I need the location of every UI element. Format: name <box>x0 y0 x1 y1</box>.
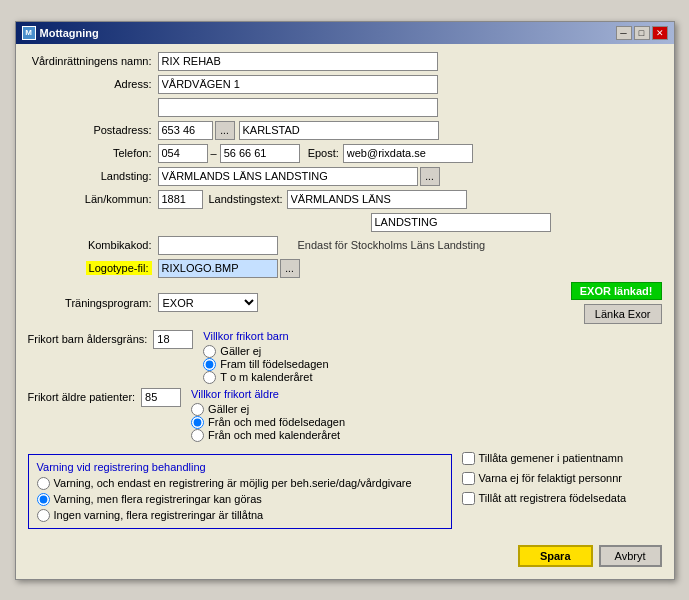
villkor-aldre-radio-1: Gäller ej <box>191 403 345 416</box>
barn-radio-1[interactable] <box>203 345 216 358</box>
postadress-row: Postadress: ... <box>28 121 662 140</box>
villkor-barn-radio-1: Gäller ej <box>203 345 328 358</box>
postnr-input[interactable] <box>158 121 213 140</box>
stad-input[interactable] <box>239 121 439 140</box>
maximize-button[interactable]: □ <box>634 26 650 40</box>
warning-radio-btn-3[interactable] <box>37 509 50 522</box>
landstingstext-label: Landstingstext: <box>209 193 283 205</box>
traningsprogram-row: Träningsprogram: EXOR ANNAT EXOR länkad!… <box>28 282 662 324</box>
aldre-radio-2[interactable] <box>191 416 204 429</box>
minimize-button[interactable]: ─ <box>616 26 632 40</box>
barn-radio-3[interactable] <box>203 371 216 384</box>
exor-linked-badge: EXOR länkad! <box>571 282 662 300</box>
warning-radio-3: Ingen varning, flera registreringar är t… <box>37 509 443 522</box>
kombikakod-input[interactable] <box>158 236 278 255</box>
check3-row: Tillåt att registrera födelsedata <box>462 492 662 505</box>
frikort-aldre-wrapper: Frikort äldre patienter: Villkor frikort… <box>28 388 662 442</box>
frikort-aldre-section: Frikort äldre patienter: Villkor frikort… <box>28 388 346 442</box>
landsting-label: Landsting: <box>28 170 158 182</box>
epost-input[interactable] <box>343 144 473 163</box>
landsting-input[interactable] <box>158 167 418 186</box>
villkor-barn-radio-3: T o m kalenderåret <box>203 371 328 384</box>
vardInrattningens-input[interactable] <box>158 52 438 71</box>
avbryt-button[interactable]: Avbryt <box>599 545 662 567</box>
warning-radio-1: Varning, och endast en registrering är m… <box>37 477 443 490</box>
vardInrattningens-row: Vårdinrättningens namn: <box>28 52 662 71</box>
warning-radio-2: Varning, men flera registreringar kan gö… <box>37 493 443 506</box>
adress2-input[interactable] <box>158 98 438 117</box>
lan-label: Län/kommun: <box>28 193 158 205</box>
villkor-frikort-aldre: Villkor frikort äldre Gäller ej Från och… <box>191 388 345 442</box>
epost-label: Epost: <box>308 147 339 159</box>
adress-label: Adress: <box>28 78 158 90</box>
villkor-barn-radio-2: Fram till födelsedagen <box>203 358 328 371</box>
telefon-label: Telefon: <box>28 147 158 159</box>
adress-row: Adress: <box>28 75 662 94</box>
vardInrattningens-label: Vårdinrättningens namn: <box>28 55 158 67</box>
aldre-radio-3[interactable] <box>191 429 204 442</box>
frikort-barn-input[interactable] <box>153 330 193 349</box>
villkor-aldre-radio-3: Från och med kalenderåret <box>191 429 345 442</box>
logotypefile-input[interactable] <box>158 259 278 278</box>
frikort-barn-label: Frikort barn åldersgräns: <box>28 333 148 345</box>
villkor-aldre-title: Villkor frikort äldre <box>191 388 345 400</box>
dash: – <box>211 147 217 159</box>
check2-row: Varna ej för felaktigt personnr <box>462 472 662 485</box>
frikort-barn-section: Frikort barn åldersgräns: Villkor frikor… <box>28 330 329 384</box>
frikort-wrapper: Frikort barn åldersgräns: Villkor frikor… <box>28 330 662 384</box>
title-bar: M Mottagning ─ □ ✕ <box>16 22 674 44</box>
check1-label: Tillåta gemener i patientnamn <box>479 452 624 464</box>
landsting-row: Landsting: ... <box>28 167 662 186</box>
telefon-row: Telefon: – Epost: <box>28 144 662 163</box>
telefon1-input[interactable] <box>158 144 208 163</box>
traningsprogram-select[interactable]: EXOR ANNAT <box>158 293 258 312</box>
main-window: M Mottagning ─ □ ✕ Vårdinrättningens nam… <box>15 21 675 580</box>
landstingstext2-input[interactable] <box>371 213 551 232</box>
bottom-area: Varning vid registrering behandling Varn… <box>28 448 662 535</box>
lan-input[interactable] <box>158 190 203 209</box>
close-button[interactable]: ✕ <box>652 26 668 40</box>
logotypefile-row: Logotype-fil: ... <box>28 259 662 278</box>
traningsprogram-label: Träningsprogram: <box>28 297 158 309</box>
warning-radio-btn-2[interactable] <box>37 493 50 506</box>
barn-radio-2[interactable] <box>203 358 216 371</box>
frikort-aldre-label: Frikort äldre patienter: <box>28 391 136 403</box>
postadress-label: Postadress: <box>28 124 158 136</box>
check3-label: Tillåt att registrera födelsedata <box>479 492 627 504</box>
check2-input[interactable] <box>462 472 475 485</box>
adress2-row <box>28 98 662 117</box>
frikort-aldre-input[interactable] <box>141 388 181 407</box>
warning-section: Varning vid registrering behandling Varn… <box>28 454 452 529</box>
aldre-radio-1[interactable] <box>191 403 204 416</box>
window-title: Mottagning <box>40 27 99 39</box>
frikort-aldre-left: Frikort äldre patienter: <box>28 388 182 407</box>
postnr-browse-button[interactable]: ... <box>215 121 235 140</box>
check3-input[interactable] <box>462 492 475 505</box>
landstingstext-input[interactable] <box>287 190 467 209</box>
logotype-browse-button[interactable]: ... <box>280 259 300 278</box>
lanka-exor-button[interactable]: Länka Exor <box>584 304 662 324</box>
bottom-buttons: Spara Avbryt <box>28 541 662 569</box>
check2-label: Varna ej för felaktigt personnr <box>479 472 622 484</box>
villkor-frikort-barn: Villkor frikort barn Gäller ej Fram till… <box>203 330 328 384</box>
kombikakod-label: Kombikakod: <box>28 239 158 251</box>
logotypefile-label: Logotype-fil: <box>86 261 152 275</box>
landsting-browse-button[interactable]: ... <box>420 167 440 186</box>
kombika-note: Endast för Stockholms Läns Landsting <box>298 237 486 254</box>
villkor-aldre-radio-2: Från och med födelsedagen <box>191 416 345 429</box>
warning-radio-btn-1[interactable] <box>37 477 50 490</box>
adress-input[interactable] <box>158 75 438 94</box>
window-icon: M <box>22 26 36 40</box>
telefon2-input[interactable] <box>220 144 300 163</box>
lan-row: Län/kommun: Landstingstext: <box>28 190 662 209</box>
check1-row: Tillåta gemener i patientnamn <box>462 452 662 465</box>
villkor-barn-title: Villkor frikort barn <box>203 330 328 342</box>
landstingstext2-row: Landstingstext: <box>28 213 662 232</box>
spara-button[interactable]: Spara <box>518 545 593 567</box>
right-checkboxes: Tillåta gemener i patientnamn Varna ej f… <box>462 448 662 535</box>
frikort-barn-left: Frikort barn åldersgräns: <box>28 330 194 349</box>
check1-input[interactable] <box>462 452 475 465</box>
warning-title: Varning vid registrering behandling <box>37 461 443 473</box>
